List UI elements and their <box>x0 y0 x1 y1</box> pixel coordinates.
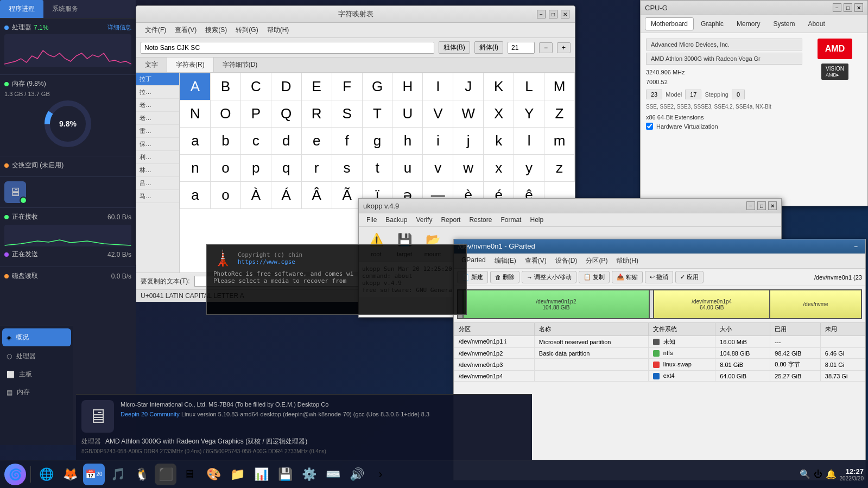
taskbar-linux-btn[interactable]: 🐧 <box>131 464 153 485</box>
char-u[interactable]: u <box>392 155 423 182</box>
gparted-apply-btn[interactable]: ✓ 应用 <box>675 271 704 283</box>
sidebar-item-overview[interactable]: ◈ 概况 <box>2 328 71 346</box>
char-M[interactable]: M <box>544 73 575 100</box>
char-V[interactable]: V <box>423 100 453 128</box>
char-aacute[interactable]: Á <box>271 182 302 209</box>
char-t[interactable]: t <box>363 155 393 182</box>
char-n[interactable]: n <box>180 155 211 182</box>
char-y[interactable]: y <box>514 155 544 182</box>
cpug-tab-graphic[interactable]: Graphic <box>695 17 730 30</box>
cpu-detail-link[interactable]: 详细信息 <box>107 23 131 31</box>
char-T[interactable]: T <box>363 100 393 128</box>
cpug-minimize[interactable]: − <box>833 3 841 12</box>
char-j[interactable]: j <box>453 128 484 155</box>
taskbar-files-btn[interactable]: 📁 <box>226 464 248 485</box>
char-G[interactable]: G <box>363 73 393 100</box>
char-Q[interactable]: Q <box>271 100 302 128</box>
char-X[interactable]: X <box>484 100 514 128</box>
taskbar-color-btn[interactable]: 🎨 <box>202 464 224 485</box>
char-S[interactable]: S <box>332 100 363 128</box>
char-o[interactable]: o <box>211 155 241 182</box>
char-e[interactable]: e <box>302 128 332 155</box>
taskbar-settings-btn[interactable]: ⚙️ <box>298 464 320 485</box>
cat-2[interactable]: 拉… <box>136 86 179 99</box>
char-a[interactable]: a <box>180 128 211 155</box>
charmap-close[interactable]: ✕ <box>561 10 569 18</box>
gparted-menu-partition[interactable]: 分区(P) <box>581 255 612 267</box>
cpug-maximize[interactable]: □ <box>844 3 852 12</box>
font-name-input[interactable] <box>141 42 434 54</box>
char-c[interactable]: c <box>241 128 271 155</box>
font-size-input[interactable] <box>508 42 535 54</box>
menu-goto[interactable]: 转到(G) <box>231 24 262 36</box>
char-L[interactable]: L <box>514 73 544 100</box>
taskbar-system-btn[interactable]: 🖥 <box>179 464 200 485</box>
tab-chardetail[interactable]: 字符细节(D) <box>214 58 267 72</box>
part-p2-bar[interactable]: /dev/nvme0n1p2 104.88 GiB <box>464 290 650 318</box>
char-B[interactable]: B <box>211 73 241 100</box>
char-P[interactable]: P <box>241 100 271 128</box>
sidebar-item-board[interactable]: ⬜ 主板 <box>2 365 71 383</box>
bold-btn[interactable]: 粗体(B) <box>439 41 470 54</box>
sidebar-item-cpu[interactable]: ⬡ 处理器 <box>2 347 71 365</box>
tray-notification-icon[interactable]: 🔔 <box>826 469 837 479</box>
os-link[interactable]: Deepin 20 Community <box>121 411 180 417</box>
tab-services[interactable]: 系统服务 <box>43 0 87 18</box>
char-agrave[interactable]: À <box>241 182 271 209</box>
char-R[interactable]: R <box>302 100 332 128</box>
italic-btn[interactable]: 斜体(I) <box>474 41 503 54</box>
char-s[interactable]: s <box>332 155 363 182</box>
cat-9[interactable]: 吕… <box>136 177 179 190</box>
cat-4[interactable]: 老… <box>136 112 179 125</box>
menu-view[interactable]: 查看(V) <box>170 24 201 36</box>
ukopp-menu-report[interactable]: Report <box>436 214 465 225</box>
cat-7[interactable]: 利… <box>136 151 179 164</box>
taskbar-terminal-btn[interactable]: ⬛ <box>155 464 176 485</box>
taskbar-browser-btn[interactable]: 🌐 <box>35 464 57 485</box>
char-acirch[interactable]: Â <box>302 182 332 209</box>
cpug-tab-motherboard[interactable]: Motherboard <box>645 17 694 30</box>
char-A[interactable]: A <box>180 73 211 100</box>
taskbar-more-btn[interactable]: › <box>370 464 391 485</box>
gparted-menu-view[interactable]: 查看(V) <box>521 255 551 267</box>
char-K[interactable]: K <box>484 73 514 100</box>
char-I[interactable]: I <box>423 73 453 100</box>
char-v[interactable]: v <box>423 155 453 182</box>
taskbar-music-btn[interactable]: 🎵 <box>107 464 129 485</box>
table-row[interactable]: /dev/nvme0n1p2 Basic data partition ntfs… <box>454 348 865 359</box>
ukopp-minimize[interactable]: − <box>746 201 755 210</box>
char-l[interactable]: l <box>514 128 544 155</box>
char-d[interactable]: d <box>271 128 302 155</box>
menu-help[interactable]: 帮助(H) <box>263 24 294 36</box>
part-rest-bar[interactable]: /dev/nvme <box>770 290 861 318</box>
ukopp-menu-format[interactable]: Format <box>496 214 525 225</box>
deepin-menu-btn[interactable]: 🌀 <box>4 464 26 485</box>
gparted-delete-btn[interactable]: 🗑 删除 <box>490 271 519 283</box>
cpug-close[interactable]: ✕ <box>854 3 863 12</box>
ukopp-menu-verify[interactable]: Verify <box>411 214 436 225</box>
char-m[interactable]: m <box>544 128 575 155</box>
char-O[interactable]: O <box>211 100 241 128</box>
cpug-tab-about[interactable]: About <box>802 17 831 30</box>
part-p4-bar[interactable]: /dev/nvme0n1p4 64.00 GiB <box>654 290 770 318</box>
char-U[interactable]: U <box>392 100 423 128</box>
taskbar-keyboard-btn[interactable]: ⌨️ <box>322 464 344 485</box>
taskbar-calendar-btn[interactable]: 📅20 <box>83 464 105 485</box>
char-D[interactable]: D <box>271 73 302 100</box>
table-row[interactable]: /dev/nvme0n1p3 linux-swap 8.01 GiB 0.00 … <box>454 359 865 371</box>
taskbar-sound-btn[interactable]: 🔊 <box>346 464 368 485</box>
char-g[interactable]: g <box>363 128 393 155</box>
gparted-resize-btn[interactable]: → 调整大小/移动 <box>522 271 576 283</box>
font-size-dec[interactable]: − <box>539 42 553 53</box>
cat-10[interactable]: 马… <box>136 190 179 203</box>
cpug-virt-checkbox[interactable] <box>646 123 653 130</box>
gparted-paste-btn[interactable]: 📥 粘贴 <box>612 271 643 283</box>
tray-power-icon[interactable]: ⏻ <box>814 470 822 479</box>
char-w[interactable]: w <box>453 155 484 182</box>
charmap-minimize[interactable]: − <box>537 10 546 18</box>
char-b[interactable]: b <box>211 128 241 155</box>
ukopp-maximize[interactable]: □ <box>757 201 766 210</box>
gparted-menu-device[interactable]: 设备(D) <box>551 255 582 267</box>
taskbar-monitor-btn[interactable]: 📊 <box>250 464 272 485</box>
taskbar-clock[interactable]: 12:27 2022/3/20 <box>840 467 864 481</box>
